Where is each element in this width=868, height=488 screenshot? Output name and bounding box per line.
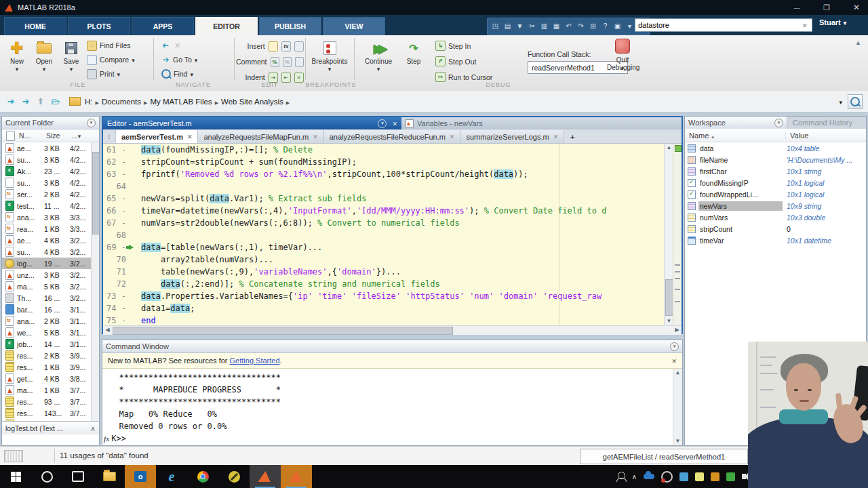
- folder-detail-bar[interactable]: logTest.txt (Text ... ∧: [2, 421, 99, 434]
- insert-section-icon[interactable]: [269, 41, 278, 52]
- tab-close-icon[interactable]: ✕: [187, 134, 193, 140]
- scroll-right-icon[interactable]: ▶: [673, 326, 682, 334]
- toolstrip-tab-home[interactable]: HOME: [4, 17, 66, 35]
- taskbar-file-explorer-icon[interactable]: [94, 465, 125, 488]
- tab-close-icon[interactable]: ✕: [450, 134, 455, 140]
- document-tab[interactable]: summarizeServerLogs.m✕: [460, 130, 564, 143]
- file-row[interactable]: ana...3 KB3/3...: [2, 211, 99, 223]
- taskbar-screen-recorder-icon[interactable]: [218, 465, 250, 488]
- workspace-variable-row[interactable]: data10x4 table: [685, 142, 866, 154]
- help-icon[interactable]: ?: [600, 21, 610, 32]
- uncomment-icon[interactable]: [295, 57, 304, 67]
- editor-horizontal-scrollbar[interactable]: ◀ ▶: [103, 325, 682, 335]
- taskbar-matlab-alert-icon[interactable]: [281, 465, 312, 488]
- search-clear-icon[interactable]: [802, 22, 812, 29]
- workspace-variable-row[interactable]: stripCount0: [685, 223, 866, 235]
- toolstrip-tab-apps[interactable]: APPS: [132, 17, 194, 35]
- desktop-dock-icon[interactable]: ◳: [490, 21, 500, 32]
- code-editor[interactable]: 61 -data(foundMissingIP,:)=[]; % Delete6…: [103, 144, 682, 325]
- tray-camtasia-wheel-icon[interactable]: [661, 471, 673, 483]
- file-row[interactable]: log...19 ...3/2...: [2, 258, 99, 269]
- close-button[interactable]: [850, 3, 863, 12]
- file-row[interactable]: ser...2 KB4/2...: [2, 188, 99, 200]
- breakpoints-button[interactable]: Breakpoints: [311, 39, 349, 79]
- back-icon[interactable]: [161, 41, 170, 50]
- tray-contacts-icon[interactable]: [618, 473, 625, 481]
- save-icon[interactable]: ▼: [515, 21, 525, 32]
- tray-app-green-icon[interactable]: [726, 472, 735, 481]
- save-button[interactable]: Save: [58, 39, 84, 79]
- insert-block-icon[interactable]: [294, 41, 304, 52]
- file-row[interactable]: unz...3 KB3/2...: [2, 269, 99, 281]
- taskbar-search-icon[interactable]: [31, 465, 62, 488]
- cut-icon[interactable]: ✂: [527, 21, 537, 32]
- taskbar-matlab-icon[interactable]: [250, 465, 281, 488]
- file-row[interactable]: su...3 KB4/2...: [2, 154, 99, 165]
- hscroll-thumb[interactable]: [113, 327, 453, 335]
- search-input[interactable]: [635, 21, 802, 29]
- step-button[interactable]: ↷ Step: [400, 39, 427, 79]
- collapse-detail-icon[interactable]: ∧: [90, 424, 96, 432]
- command-window-menu-icon[interactable]: [670, 342, 679, 351]
- file-row[interactable]: ae...3 KB4/2...: [2, 142, 99, 154]
- continue-button[interactable]: ▶▶ Continue: [362, 39, 395, 79]
- file-row[interactable]: rea...1 KB3/3...: [2, 223, 99, 235]
- scroll-left-icon[interactable]: ◀: [103, 326, 112, 334]
- file-row[interactable]: ma...1 KB3/7...: [2, 384, 99, 396]
- file-row[interactable]: test...11 ...4/2...: [2, 200, 99, 211]
- nav-back-icon[interactable]: ➜: [5, 96, 16, 106]
- tray-app-orange-icon[interactable]: [711, 472, 719, 481]
- workspace-variable-row[interactable]: newVars10x9 string: [685, 200, 866, 211]
- redo-icon[interactable]: ↷: [576, 21, 586, 32]
- document-tab[interactable]: analyzeRequestsFileMapFun.m✕: [198, 130, 323, 143]
- compare-button[interactable]: Compare: [87, 54, 152, 65]
- workspace-column-headers[interactable]: Name Value: [685, 129, 866, 142]
- folder-column-headers[interactable]: N... Size ...: [2, 129, 99, 142]
- quit-debugging-button[interactable]: Quit Debugging: [607, 39, 638, 81]
- paste-icon[interactable]: ▦: [551, 21, 561, 32]
- open-button[interactable]: Open: [31, 39, 57, 79]
- workspace-variable-row[interactable]: firstChar10x1 string: [685, 165, 866, 177]
- file-row[interactable]: Th...16 ...3/2...: [2, 292, 99, 304]
- switch-windows-icon[interactable]: ⊞: [588, 21, 598, 32]
- community-icon[interactable]: ▣: [612, 21, 623, 32]
- tab-close-icon[interactable]: ✕: [313, 134, 318, 140]
- toolstrip-tab-view[interactable]: VIEW: [323, 17, 385, 35]
- restore-button[interactable]: [821, 3, 833, 12]
- taskbar-outlook-icon[interactable]: o: [125, 465, 156, 488]
- command-window-scrollbar[interactable]: ▲ ▼: [673, 369, 682, 445]
- toolstrip-tab-plots[interactable]: PLOTS: [68, 17, 130, 35]
- file-row[interactable]: res...143...3/7...: [2, 407, 99, 419]
- workspace-variable-row[interactable]: timeVar10x1 datetime: [685, 235, 866, 246]
- editor-close-icon[interactable]: [392, 119, 397, 127]
- copy-icon[interactable]: ▥: [539, 21, 549, 32]
- new-tab-button[interactable]: +: [564, 130, 580, 143]
- insert-function-icon[interactable]: [281, 41, 291, 52]
- taskbar-internet-explorer-icon[interactable]: e: [156, 465, 187, 488]
- tray-onedrive-icon[interactable]: [644, 474, 654, 479]
- layout-grip-icon[interactable]: [4, 450, 23, 462]
- comment-icon[interactable]: [271, 57, 279, 67]
- find-button[interactable]: Find: [161, 68, 226, 79]
- workspace-variable-row[interactable]: foundWrappedLi...10x1 logical: [685, 188, 866, 200]
- tray-app-blue-icon[interactable]: [679, 472, 688, 481]
- editor-vertical-scrollbar[interactable]: ▲ ▼: [664, 144, 673, 325]
- goto-button[interactable]: Go To: [161, 54, 226, 65]
- editor-annotation-bar[interactable]: [673, 144, 682, 325]
- breadcrumb-segment[interactable]: H:: [85, 98, 93, 106]
- file-row[interactable]: ana...2 KB3/1...: [2, 315, 99, 327]
- file-row[interactable]: res...2 KB3/9...: [2, 350, 99, 361]
- editor-menu-icon[interactable]: [378, 119, 387, 128]
- taskbar-task-view-icon[interactable]: [62, 465, 94, 488]
- ribbon-collapse-button[interactable]: ▲: [855, 39, 861, 46]
- tab-close-icon[interactable]: ✕: [553, 134, 559, 140]
- workspace-variable-row[interactable]: numVars10x3 double: [685, 211, 866, 223]
- file-row[interactable]: we...5 KB3/1...: [2, 327, 99, 338]
- variables-pane-tab[interactable]: Variables - newVars: [401, 117, 579, 129]
- banner-close-icon[interactable]: [671, 357, 677, 365]
- toolstrip-tab-publish[interactable]: PUBLISH: [259, 17, 321, 35]
- workspace-menu-icon[interactable]: [774, 119, 783, 127]
- file-row[interactable]: bar...16 ...3/1...: [2, 304, 99, 315]
- file-row[interactable]: res...93 ...3/7...: [2, 396, 99, 407]
- undo-icon[interactable]: ↶: [564, 21, 574, 32]
